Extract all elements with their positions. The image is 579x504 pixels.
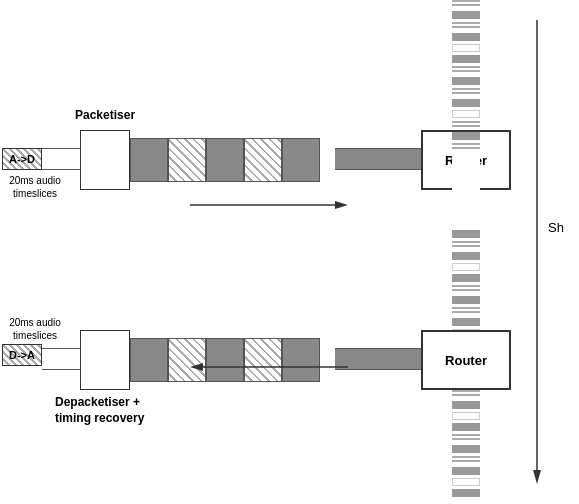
- cable-stripe-7: [452, 66, 480, 74]
- cable-stripe-bot-10: [452, 489, 480, 497]
- arrow-right-svg: [190, 198, 350, 212]
- packetiser-label-top: Packetiser: [75, 108, 135, 122]
- vertical-arrow-svg: [530, 10, 570, 490]
- depacketiser-label-bottom: Depacketiser + timing recovery: [55, 395, 144, 426]
- cable-stripe-14: [452, 143, 480, 151]
- cable-stripe-11: [452, 110, 480, 118]
- cable-stripe-9: [452, 88, 480, 96]
- pkt-hatch-1: [168, 138, 206, 182]
- arrow-left-svg: [190, 360, 350, 374]
- cable-stripe-1: [452, 0, 480, 8]
- cable-stripe-mid-1: [452, 230, 480, 238]
- cable-stripe-bot-7: [452, 456, 480, 464]
- cable-stripe-mid-5: [452, 274, 480, 282]
- ad-label-top: A->D: [2, 148, 42, 170]
- cable-stripe-bot-8: [452, 467, 480, 475]
- svg-marker-1: [335, 201, 348, 209]
- cable-stripe-mid-3: [452, 252, 480, 260]
- cable-stripe-bot-4: [452, 423, 480, 431]
- pkt-hatch-2: [244, 138, 282, 182]
- cable-stripe-mid-4: [452, 263, 480, 271]
- cable-gap-top: [452, 154, 480, 194]
- cable-stripe-mid-9: [452, 318, 480, 326]
- cable-stripe-8: [452, 77, 480, 85]
- shared-link-label: Sh: [548, 220, 564, 235]
- audio-timeslice-label-top: 20ms audio timeslices: [0, 174, 70, 200]
- cable-stripe-mid-7: [452, 296, 480, 304]
- pkt-gray-3: [282, 138, 320, 182]
- router-box-bottom: Router: [421, 330, 511, 390]
- cable-stripe-6: [452, 55, 480, 63]
- cable-stripe-mid-2: [452, 241, 480, 249]
- cable-stripe-3: [452, 22, 480, 30]
- cable-stripe-2: [452, 11, 480, 19]
- cable-stripe-10: [452, 99, 480, 107]
- svg-marker-3: [190, 363, 203, 371]
- da-label-bottom: D->A: [2, 344, 42, 366]
- vcable-above-router-top: [452, 0, 480, 194]
- cable-stripe-bot-6: [452, 445, 480, 453]
- cable-stripe-bot-2: [452, 401, 480, 409]
- cable-stripe-bot-3: [452, 412, 480, 420]
- arrow-left-bottom: [190, 360, 350, 374]
- svg-marker-5: [533, 470, 541, 484]
- cable-gap-mid: [452, 190, 480, 230]
- cable-stripe-13: [452, 132, 480, 140]
- depacketiser-box-bottom: [80, 330, 130, 390]
- cable-stripe-5: [452, 44, 480, 52]
- cable-stripe-bot-1: [452, 390, 480, 398]
- connect-pipeline-to-router-top: [335, 148, 421, 170]
- cable-stripe-mid-6: [452, 285, 480, 293]
- diagram: A->D 20ms audio timeslices Packetiser Ro…: [0, 0, 579, 504]
- cable-stripe-12: [452, 121, 480, 129]
- cable-stripe-mid-8: [452, 307, 480, 315]
- packetiser-box-top: [80, 130, 130, 190]
- audio-timeslice-label-bottom: 20ms audio timeslices: [0, 316, 70, 342]
- cable-stripe-bot-9: [452, 478, 480, 486]
- shared-link-arrow: [530, 10, 544, 490]
- pkt-gray-b1: [130, 338, 168, 382]
- cable-stripe-4: [452, 33, 480, 41]
- vcable-below-router-bottom: [452, 390, 480, 500]
- cable-stripe-bot-5: [452, 434, 480, 442]
- pkt-gray-1: [130, 138, 168, 182]
- pkt-gray-2: [206, 138, 244, 182]
- pipeline-top: [130, 138, 320, 182]
- arrow-right-top: [190, 198, 350, 212]
